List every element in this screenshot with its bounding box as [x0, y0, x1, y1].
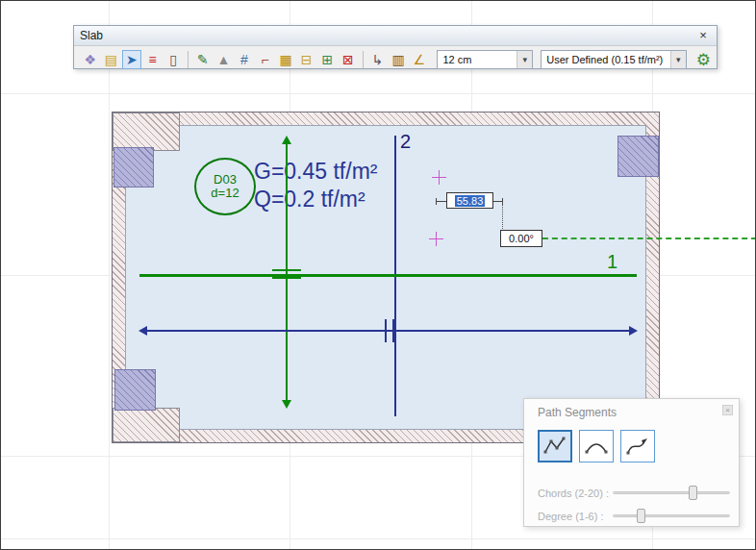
thickness-dropdown[interactable]: 12 cm ▾ [437, 50, 533, 69]
slab-toolbar-title: Slab [80, 29, 695, 42]
dimension-arrow-down-icon [282, 400, 291, 409]
axis-2-label: 2 [400, 131, 411, 153]
open-model-icon[interactable]: ▤ [102, 50, 121, 69]
slab-outline [112, 112, 660, 443]
select-pointer-icon[interactable]: ➤ [122, 50, 141, 69]
toolbar-separator [363, 51, 364, 68]
path-segments-panel: Path Segments × [523, 398, 740, 527]
degree-slider[interactable] [613, 509, 730, 523]
grid-hash-icon[interactable]: # [235, 50, 254, 69]
grid-line [1, 93, 755, 94]
column-square [114, 369, 156, 411]
chords-label: Chords (2-20) : [538, 488, 609, 499]
load-type-dropdown[interactable]: User Defined (0.15 tf/m²) ▾ [541, 50, 687, 69]
load-type-value: User Defined (0.15 tf/m²) [542, 54, 670, 65]
column-square [617, 136, 659, 177]
snap-cross-icon [432, 170, 446, 185]
curve-segment-button[interactable] [620, 430, 655, 462]
grid-line [1, 538, 755, 539]
wall-corner-hatch [113, 408, 180, 442]
length-input[interactable]: 55.83 [446, 192, 493, 209]
edit-chart-icon[interactable]: ✎ [193, 50, 213, 69]
axis-1-label: 1 [607, 251, 617, 273]
table-icon[interactable]: ⊞ [318, 50, 338, 69]
corner-page-icon[interactable]: ⌐ [256, 50, 275, 69]
layer-bars-icon[interactable]: ▦ [276, 50, 295, 69]
axis-1-line [139, 274, 637, 277]
arc-icon [584, 436, 609, 457]
align-sections-icon[interactable]: ▲ [214, 50, 234, 69]
polyline-icon [542, 436, 567, 457]
segment-type-buttons [538, 430, 655, 462]
chords-row: Chords (2-20) : [538, 486, 730, 500]
slab-id-tag: D03 d=12 [194, 158, 256, 215]
close-icon[interactable]: × [722, 405, 733, 415]
wall-corner-hatch [113, 112, 180, 151]
column-square [113, 147, 154, 188]
slab-id-thickness: d=12 [211, 187, 239, 200]
degree-row: Degree (1-6) : [538, 509, 730, 523]
delete-page-icon[interactable]: ⊠ [339, 50, 358, 69]
arc-segment-button[interactable] [579, 430, 614, 462]
chords-slider[interactable] [613, 486, 730, 500]
degree-label: Degree (1-6) : [538, 511, 609, 522]
settings-gear-icon[interactable]: ⚙ [696, 50, 711, 70]
vertical-dimension-line [286, 141, 288, 405]
dead-load-label: G=0.45 tf/m² [254, 159, 377, 185]
slab-id-name: D03 [214, 173, 237, 187]
guide-dashed-line [542, 238, 756, 239]
chevron-down-icon[interactable]: ▾ [517, 51, 532, 68]
folder-table-icon[interactable]: ⊟ [297, 50, 316, 69]
dimension-break [272, 269, 301, 271]
chevron-down-icon[interactable]: ▾ [670, 51, 686, 68]
thickness-value: 12 cm [438, 54, 517, 65]
path-segments-title: Path Segments [538, 406, 617, 419]
dimension-break [385, 319, 387, 342]
dimension-arrow-left-icon [139, 326, 147, 336]
drawing-canvas[interactable]: 2 1 D03 d=12 G=0.45 tf/m² Q=0.2 tf/m² 55… [0, 0, 756, 550]
column-loads-icon[interactable]: ≡ [143, 50, 163, 69]
dimension-break [392, 319, 394, 342]
protractor-icon[interactable]: ∠ [410, 50, 429, 69]
toolbar-separator [188, 51, 189, 68]
length-value: 55.83 [455, 195, 486, 207]
curve-arrow-icon [625, 436, 650, 457]
report-page-icon[interactable]: ▯ [164, 50, 183, 69]
chart-bars-icon[interactable]: ▥ [389, 50, 408, 69]
dimension-arrow-up-icon [282, 136, 291, 144]
polyline-segment-button[interactable] [538, 430, 572, 462]
horizontal-dimension-line [142, 330, 634, 332]
slab-toolbar-titlebar: Slab × [74, 26, 717, 46]
dimension-break [272, 277, 301, 279]
snap-cross-icon [429, 232, 443, 246]
angle-readout: 0.00° [500, 230, 542, 247]
dimension-arrow-right-icon [629, 326, 638, 336]
close-icon[interactable]: × [695, 29, 711, 43]
measure-tick [436, 198, 437, 205]
slab-toolbar-window: Slab × ❖ ▤ ➤ ≡ ▯ ✎ ▲ # ⌐ ▦ ⊟ ⊞ ⊠ ↳ ▥ ∠ 1… [73, 25, 718, 69]
export-corner-icon[interactable]: ↳ [368, 50, 388, 69]
live-load-label: Q=0.2 tf/m² [254, 187, 365, 212]
move-tool-icon[interactable]: ❖ [81, 50, 100, 69]
slab-toolbar-row: ❖ ▤ ➤ ≡ ▯ ✎ ▲ # ⌐ ▦ ⊟ ⊞ ⊠ ↳ ▥ ∠ 12 cm ▾ … [74, 46, 717, 73]
